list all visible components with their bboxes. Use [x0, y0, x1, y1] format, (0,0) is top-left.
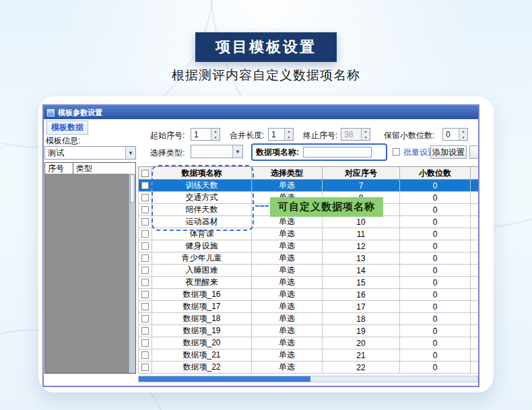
decimal-places-stepper[interactable]: 0 ▲▼: [442, 128, 468, 141]
cell-name: 训练天数: [152, 180, 252, 192]
scrollbar-thumb[interactable]: [139, 376, 310, 382]
select-all-checkbox[interactable]: [141, 170, 149, 177]
cell-serial: 13: [323, 252, 400, 265]
cell-part: [471, 337, 478, 349]
select-type-dropdown[interactable]: ▼: [191, 145, 243, 158]
cell-part: [471, 240, 478, 252]
sidebar-tab-template-data[interactable]: 模板数据: [46, 121, 88, 135]
cell-serial: 17: [323, 301, 400, 313]
row-checkbox[interactable]: [141, 279, 149, 286]
table-row[interactable]: 数据项_20单选200: [138, 337, 478, 349]
cell-serial: 7: [323, 180, 400, 192]
row-checkbox[interactable]: [141, 218, 149, 226]
cell-part: [471, 228, 478, 240]
cell-part: [471, 180, 478, 192]
row-checkbox[interactable]: [141, 230, 149, 238]
start-serial-value: 1: [191, 129, 211, 140]
cell-dec: 0: [400, 301, 471, 313]
row-checkbox[interactable]: [141, 315, 149, 322]
table-row[interactable]: 数据项_19单选190: [138, 325, 478, 337]
cell-type: 单选: [252, 228, 323, 240]
cell-dec: 0: [400, 277, 471, 289]
row-checkbox[interactable]: [141, 327, 149, 335]
table-row[interactable]: 夜里醒来单选150: [138, 277, 478, 289]
table-row[interactable]: 数据项_16单选160: [138, 289, 478, 301]
cell-serial: 16: [323, 289, 400, 301]
row-checkbox[interactable]: [141, 254, 149, 262]
table-row[interactable]: 数据项_18单选180: [138, 313, 478, 325]
table-row[interactable]: 健身设施单选120: [138, 240, 478, 252]
cell-part: [471, 301, 478, 313]
column-header-data-item-name[interactable]: 数据项名称: [152, 167, 252, 180]
column-header-partial: [471, 167, 478, 180]
cell-part: [471, 277, 478, 289]
row-checkbox[interactable]: [141, 303, 149, 310]
row-checkbox[interactable]: [141, 242, 149, 250]
column-header-decimals[interactable]: 小数位数: [400, 167, 471, 180]
modify-button[interactable]: 修改: [469, 145, 478, 159]
select-type-label: 选择类型:: [150, 147, 185, 159]
chevron-down-icon: ▼: [232, 145, 242, 158]
table-row[interactable]: 入睡困难单选140: [138, 265, 478, 277]
row-checkbox[interactable]: [141, 351, 149, 359]
batch-set-checkbox[interactable]: [393, 148, 400, 156]
row-checkbox-cell: [139, 228, 152, 240]
horizontal-scrollbar[interactable]: [138, 376, 478, 382]
cell-part: [471, 192, 478, 204]
row-checkbox-cell: [139, 301, 152, 313]
add-setting-button[interactable]: 添加设置: [430, 145, 467, 159]
cell-serial: 20: [323, 337, 400, 349]
cell-part: [471, 265, 478, 277]
column-header-select-type[interactable]: 选择类型: [252, 167, 323, 180]
merge-length-value: 1: [269, 129, 284, 140]
row-checkbox-cell: [139, 216, 152, 228]
data-item-name-label: 数据项名称:: [256, 147, 299, 158]
annotation-label: 可自定义数据项名称: [270, 197, 383, 217]
table-row[interactable]: 数据项_22单选220: [138, 362, 478, 374]
cell-name: 夜里醒来: [152, 277, 252, 289]
row-checkbox[interactable]: [141, 206, 149, 213]
cell-serial: 19: [323, 325, 400, 337]
table-row[interactable]: 数据项_21单选210: [138, 349, 478, 362]
cell-name: 数据项_19: [152, 325, 252, 337]
data-item-name-input[interactable]: [303, 147, 372, 158]
stepper-arrows-icon[interactable]: ▲▼: [459, 129, 467, 140]
table-row[interactable]: 体育课单选110: [138, 228, 478, 240]
cell-part: [471, 313, 478, 325]
merge-length-stepper[interactable]: 1 ▲▼: [268, 128, 294, 141]
table-row[interactable]: 训练天数单选70: [138, 180, 478, 192]
column-header-serial[interactable]: 对应序号: [323, 167, 400, 180]
row-checkbox[interactable]: [141, 339, 149, 347]
start-serial-stepper[interactable]: 1 ▲▼: [191, 128, 220, 141]
cell-type: 单选: [252, 252, 323, 265]
stepper-arrows-icon[interactable]: ▲▼: [284, 129, 293, 140]
row-checkbox-cell: [139, 265, 152, 277]
scrollbar-thumb[interactable]: [130, 174, 135, 203]
cell-type: 单选: [252, 301, 323, 313]
table-row[interactable]: 青少年儿童单选130: [138, 252, 478, 265]
page-title: 项目模板设置: [195, 32, 337, 62]
app-window: 模板参数设置 模板数据 模板信息: 测试 ▼ 序号 类型: [42, 104, 479, 387]
row-checkbox[interactable]: [141, 267, 149, 274]
decimal-places-value: 0: [443, 129, 459, 140]
cell-dec: 0: [400, 325, 471, 337]
table-row[interactable]: 运动器材单选100: [138, 216, 478, 228]
cell-name: 数据项_17: [152, 301, 252, 313]
stepper-arrows-icon[interactable]: ▲▼: [211, 129, 220, 140]
cell-type: 单选: [252, 180, 323, 192]
row-checkbox[interactable]: [141, 194, 149, 201]
row-checkbox[interactable]: [141, 291, 149, 298]
cell-dec: 0: [400, 252, 471, 265]
cell-name: 数据项_21: [152, 349, 252, 362]
cell-name: 运动器材: [152, 216, 252, 228]
chevron-down-icon: ▼: [125, 147, 135, 159]
cell-name: 数据项_18: [152, 313, 252, 325]
table-row[interactable]: 数据项_17单选170: [138, 301, 478, 313]
sidebar-scrollbar[interactable]: [129, 174, 135, 373]
cell-type: 单选: [252, 313, 323, 325]
row-checkbox[interactable]: [141, 182, 149, 189]
template-select[interactable]: 测试 ▼: [44, 146, 136, 160]
cell-part: [471, 325, 478, 337]
cell-name: 体育课: [152, 228, 252, 240]
row-checkbox[interactable]: [141, 364, 149, 371]
